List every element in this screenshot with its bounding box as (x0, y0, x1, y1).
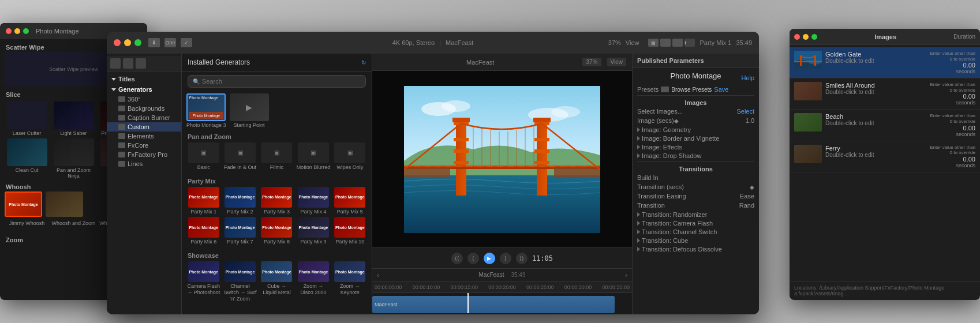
image-row-beach[interactable]: Beach Double-click to edit Enter value o… (790, 110, 980, 141)
ctrl-rewind[interactable]: ⟨⟨ (451, 253, 463, 264)
search-box[interactable]: 🔍 (188, 75, 366, 88)
monitor-view-dropdown[interactable]: View (607, 58, 627, 66)
timeline-nav-next[interactable]: › (625, 271, 627, 279)
monitor-view-btn[interactable]: 37% (582, 58, 601, 66)
gen-item-showcase3[interactable]: Photo Montage Cube → Liquid Metal (260, 261, 294, 302)
sidebar-item-caption-burner[interactable]: Caption Burner (107, 113, 181, 122)
image-geometry-row[interactable]: Image: Geometry (637, 126, 754, 133)
bg-item-laser[interactable]: Laser Cutter (5, 102, 49, 136)
gen-item-showcase4[interactable]: Photo Montage Zoom → Disco 2000 (296, 261, 330, 302)
zoom-level[interactable]: 37% (608, 39, 621, 46)
transition-defocus-row[interactable]: Transition: Defocus Dissolve (637, 246, 754, 253)
image-duration-val-smiles[interactable]: 0.00 (929, 93, 975, 100)
gen-item-party10[interactable]: Photo Montage Party Mix 10 (333, 217, 367, 245)
image-secs-value[interactable]: 1.0 (746, 117, 754, 124)
featured-photo-montage[interactable]: Photo Montage Photo Montage Photo Montag… (186, 93, 226, 129)
bg-item-jimmy[interactable]: Jimmy Whoosh (5, 220, 49, 232)
toolbar-icon-3[interactable]: ✓ (181, 38, 192, 47)
ctrl-play[interactable]: ▶ (484, 253, 495, 264)
gen-item-party1[interactable]: Photo Montage Party Mix 1 (186, 187, 220, 215)
sidebar-item-lines[interactable]: Lines (107, 159, 181, 168)
transition-value[interactable]: Rand (739, 202, 754, 209)
images-minimize-btn[interactable] (803, 34, 809, 40)
fullscreen-button[interactable] (134, 39, 141, 46)
timeline-playhead[interactable] (467, 293, 469, 313)
titles-header[interactable]: Titles (107, 74, 181, 84)
sidebar-tool-1[interactable] (110, 58, 121, 69)
images-close-btn[interactable] (794, 34, 800, 40)
generators-header[interactable]: Generators (107, 84, 181, 95)
timeline-clip-main[interactable]: MacFeast (372, 296, 615, 313)
bg-zoom-btn[interactable] (23, 28, 29, 34)
image-effects-row[interactable]: Image: Effects (637, 144, 754, 151)
traffic-lights[interactable] (114, 39, 141, 46)
search-input[interactable] (202, 78, 361, 85)
gen-item-basic[interactable]: ▣ Basic (186, 142, 220, 171)
gen-item-showcase5[interactable]: Photo Montage Zoom → Keynote (333, 261, 367, 302)
generators-refresh-icon[interactable]: ↻ (361, 59, 366, 66)
minimize-button[interactable] (124, 39, 131, 46)
images-traffic-lights[interactable] (794, 34, 817, 40)
view-button[interactable]: View (626, 39, 639, 46)
toolbar-icon-1[interactable]: ⬇ (148, 38, 160, 47)
gen-item-party7[interactable]: Photo Montage Party Mix 7 (223, 217, 257, 245)
bg-item-panzoom[interactable]: Pan and Zoom Ninja (51, 138, 96, 179)
save-link[interactable]: Save (714, 86, 728, 93)
image-duration-val-beach[interactable]: 0.00 (929, 125, 975, 132)
bg-close-btn[interactable] (6, 28, 12, 34)
transition-easing-value[interactable]: Ease (740, 193, 754, 200)
gen-item-party5[interactable]: Photo Montage Party Mix 5 (333, 187, 367, 215)
view-icon-2[interactable] (660, 39, 671, 47)
image-duration-val-ferry[interactable]: 0.00 (929, 156, 975, 163)
browse-presets-label[interactable]: Browse Presets (671, 87, 712, 93)
sidebar-item-backgrounds[interactable]: Backgrounds (107, 104, 181, 113)
gen-item-showcase2[interactable]: Photo Montage Channel Switch → Surf 'n' … (223, 261, 257, 302)
bg-photo-montage-featured[interactable]: Photo Montage (5, 191, 42, 217)
gen-item-party2[interactable]: Photo Montage Party Mix 2 (223, 187, 257, 215)
view-icon-info[interactable]: ℹ (684, 39, 695, 47)
transition-cube-row[interactable]: Transition: Cube (637, 237, 754, 244)
bg-item-whooshandzoom[interactable]: Whoosh and Zoom (51, 220, 96, 232)
bg-item-cleancut[interactable]: Clean Cut (5, 138, 49, 179)
sidebar-item-fxcore[interactable]: FxCore (107, 141, 181, 150)
image-row-ferry[interactable]: Ferry Double-click to edit Enter value o… (790, 141, 980, 172)
image-row-golden-gate[interactable]: Golden Gate Double-click to edit Enter v… (790, 47, 980, 78)
timeline-nav-prev[interactable]: ‹ (377, 271, 379, 279)
transition-cameraflash-row[interactable]: Transition: Camera Flash (637, 220, 754, 227)
ctrl-prev-frame[interactable]: ⟨ (467, 253, 479, 264)
featured-starting-point[interactable]: ▶ Starting Point (230, 93, 269, 129)
sidebar-item-elements[interactable]: Elements (107, 132, 181, 141)
close-button[interactable] (114, 39, 121, 46)
bg-item-lightsaber[interactable]: Light Saber (51, 102, 96, 136)
gen-item-showcase1[interactable]: Photo Montage Camera Flash → Photoshoot (186, 261, 220, 302)
sidebar-tool-2[interactable] (123, 58, 133, 69)
sidebar-item-custom[interactable]: Custom (107, 122, 181, 132)
presets-controls[interactable]: Browse Presets (661, 87, 712, 93)
select-btn[interactable]: Select (736, 108, 754, 115)
gen-item-party9[interactable]: Photo Montage Party Mix 9 (296, 217, 330, 245)
toolbar-icon-2[interactable]: One (164, 38, 176, 47)
image-row-smiles[interactable]: Smiles All Around Double-click to edit E… (790, 78, 980, 110)
sidebar-item-fxfactory-pro[interactable]: FxFactory Pro (107, 150, 181, 159)
sidebar-item-360[interactable]: 360° (107, 95, 181, 104)
transition-channelswitch-row[interactable]: Transition: Channel Switch (637, 228, 754, 235)
image-border-row[interactable]: Image: Border and Vignette (637, 135, 754, 142)
gen-item-wipes-only[interactable]: ▣ Wipes Only (333, 142, 367, 171)
gen-item-filmic[interactable]: ▣ Filmic (260, 142, 294, 171)
image-shadow-row[interactable]: Image: Drop Shadow (637, 152, 754, 159)
ctrl-next-frame[interactable]: ⟩ (500, 253, 511, 264)
gen-item-party8[interactable]: Photo Montage Party Mix 8 (260, 217, 294, 245)
gen-item-motion-blurred[interactable]: ▣ Motion Blurred (296, 142, 330, 171)
view-icon-3[interactable] (672, 39, 683, 47)
ctrl-fast-forward[interactable]: ⟩⟩ (516, 253, 528, 264)
transition-randomizer-row[interactable]: Transition: Randomizer (637, 211, 754, 218)
image-duration-val-golden-gate[interactable]: 0.00 (929, 62, 975, 69)
gen-item-party3[interactable]: Photo Montage Party Mix 3 (260, 187, 294, 215)
gen-item-party4[interactable]: Photo Montage Party Mix 4 (296, 187, 330, 215)
bg-minimize-btn[interactable] (14, 28, 20, 34)
gen-item-party6[interactable]: Photo Montage Party Mix 6 (186, 217, 220, 245)
view-icon-1[interactable]: ▦ (648, 39, 659, 47)
images-zoom-btn[interactable] (811, 34, 817, 40)
sidebar-tool-3[interactable] (136, 58, 146, 69)
bg-traffic-lights[interactable] (6, 28, 29, 34)
